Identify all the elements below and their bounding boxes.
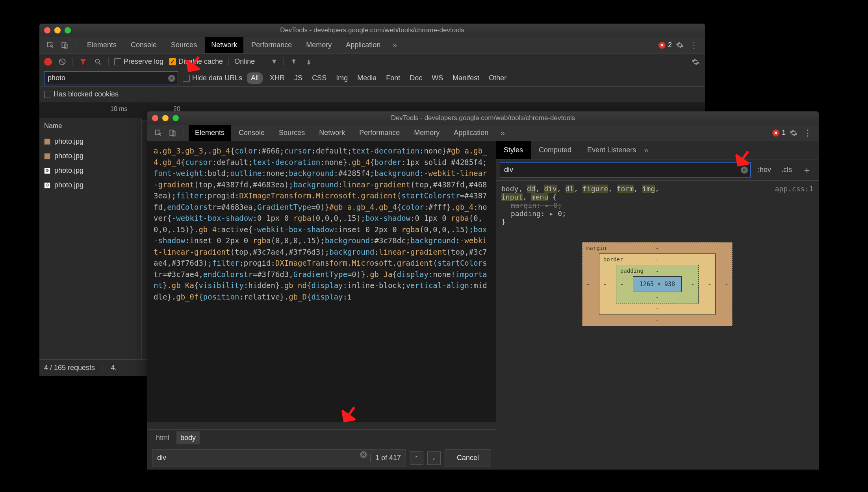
- request-row[interactable]: ⚙ photo.jpg: [39, 178, 141, 192]
- minimize-window-icon[interactable]: [162, 115, 169, 121]
- tab-application[interactable]: Application: [339, 37, 387, 53]
- tab-performance[interactable]: Performance: [245, 37, 298, 53]
- window-title: DevTools - developers.google.com/web/too…: [39, 26, 705, 34]
- pill-all[interactable]: All: [247, 72, 263, 84]
- network-settings-gear-icon[interactable]: [691, 57, 700, 67]
- tab-sources[interactable]: Sources: [165, 37, 203, 53]
- tab-sources[interactable]: Sources: [273, 125, 311, 141]
- inspect-icon[interactable]: [44, 39, 57, 52]
- pill-js[interactable]: JS: [292, 72, 305, 84]
- record-button[interactable]: [44, 58, 52, 66]
- divider: [108, 57, 109, 66]
- device-toggle-icon[interactable]: [58, 39, 71, 52]
- search-prev-button[interactable]: ⌃: [410, 451, 423, 465]
- preserve-log-checkbox[interactable]: Preserve log: [114, 57, 163, 66]
- pill-css[interactable]: CSS: [310, 72, 329, 84]
- pill-xhr[interactable]: XHR: [267, 72, 287, 84]
- transferred-size: 4.: [111, 364, 117, 372]
- hide-data-urls-checkbox[interactable]: Hide data URLs: [183, 74, 242, 82]
- kebab-menu-icon[interactable]: ⋮: [688, 39, 700, 52]
- clear-styles-filter-icon[interactable]: ✕: [741, 166, 748, 174]
- search-next-button[interactable]: ⌄: [427, 451, 441, 465]
- crumb-html[interactable]: html: [152, 431, 173, 444]
- tab-network[interactable]: Network: [205, 37, 243, 53]
- cls-toggle[interactable]: .cls: [778, 166, 795, 174]
- styles-tab-computed[interactable]: Computed: [531, 141, 579, 159]
- request-name: photo.jpg: [54, 137, 83, 146]
- disable-cache-checkbox[interactable]: Disable cache: [169, 57, 223, 66]
- request-row[interactable]: ⚙ photo.jpg: [39, 163, 141, 178]
- divider: [184, 128, 184, 138]
- pill-ws[interactable]: WS: [429, 72, 445, 84]
- search-icon[interactable]: [93, 57, 103, 67]
- styles-tab-styles[interactable]: Styles: [496, 141, 531, 159]
- search-cancel-button[interactable]: Cancel: [445, 449, 491, 466]
- search-input[interactable]: [152, 450, 360, 466]
- image-thumb-icon: [44, 139, 50, 145]
- tab-memory[interactable]: Memory: [300, 37, 338, 53]
- source-link[interactable]: app.css:1: [775, 185, 813, 193]
- pill-manifest[interactable]: Manifest: [450, 72, 482, 84]
- css-rule[interactable]: app.css:1 body, dd, div, dl, figure, for…: [496, 181, 819, 230]
- tab-performance[interactable]: Performance: [353, 125, 406, 141]
- filter-input[interactable]: [45, 72, 178, 85]
- close-window-icon[interactable]: [44, 27, 50, 33]
- css-property-padding[interactable]: padding: ▸ 0;: [501, 209, 813, 218]
- tab-elements[interactable]: Elements: [81, 37, 123, 53]
- border-right: -: [708, 281, 711, 288]
- zoom-window-icon[interactable]: [172, 115, 179, 121]
- request-row[interactable]: photo.jpg: [39, 149, 141, 163]
- devtools-window-elements: DevTools - developers.google.com/web/too…: [147, 111, 819, 470]
- pill-other[interactable]: Other: [486, 72, 509, 84]
- rule-selector: body, dd, div, dl, figure, form, img,: [501, 185, 813, 193]
- titlebar: DevTools - developers.google.com/web/too…: [39, 24, 705, 37]
- clear-icon[interactable]: [57, 57, 67, 67]
- inspect-icon[interactable]: [152, 127, 165, 139]
- divider: [283, 57, 284, 66]
- source-code-view[interactable]: a.gb_3.gb_3,.gb_4{color:#666;cursor:defa…: [147, 141, 496, 422]
- more-tabs-icon[interactable]: »: [388, 39, 401, 52]
- kebab-menu-icon[interactable]: ⋮: [801, 127, 814, 139]
- new-style-rule-button[interactable]: ＋: [799, 164, 815, 176]
- more-styles-tabs-icon[interactable]: »: [644, 146, 648, 155]
- tab-elements[interactable]: Elements: [189, 125, 231, 141]
- styles-tab-event-listeners[interactable]: Event Listeners: [579, 141, 644, 159]
- hov-toggle[interactable]: :hov: [755, 166, 774, 174]
- download-har-icon[interactable]: [304, 57, 313, 67]
- zoom-window-icon[interactable]: [65, 27, 71, 33]
- box-model-content[interactable]: 1265 × 938: [633, 276, 682, 292]
- close-window-icon[interactable]: [152, 115, 158, 121]
- settings-gear-icon[interactable]: [673, 39, 686, 52]
- device-toggle-icon[interactable]: [166, 127, 179, 139]
- tab-console[interactable]: Console: [124, 37, 163, 53]
- box-model-margin[interactable]: margin - - - - border - - - - padding -: [582, 242, 733, 326]
- name-column-header[interactable]: Name: [39, 118, 141, 134]
- css-property-margin[interactable]: margin: ▸ 0;: [501, 201, 813, 209]
- request-name-panel: Name photo.jpg photo.jpg ⚙ photo.jpg ⚙ p…: [39, 118, 142, 359]
- filter-funnel-icon[interactable]: [78, 57, 88, 67]
- tab-console[interactable]: Console: [232, 125, 271, 141]
- minimize-window-icon[interactable]: [54, 27, 61, 33]
- pill-doc[interactable]: Doc: [407, 72, 425, 84]
- pill-media[interactable]: Media: [355, 72, 379, 84]
- crumb-body[interactable]: body: [176, 431, 200, 444]
- tab-network[interactable]: Network: [313, 125, 351, 141]
- pill-font[interactable]: Font: [384, 72, 402, 84]
- tab-memory[interactable]: Memory: [408, 125, 446, 141]
- pill-img[interactable]: Img: [334, 72, 350, 84]
- blocked-cookies-checkbox[interactable]: Has blocked cookies: [44, 90, 119, 98]
- more-tabs-icon[interactable]: »: [496, 127, 509, 139]
- upload-har-icon[interactable]: [289, 57, 299, 67]
- request-row[interactable]: photo.jpg: [39, 134, 141, 149]
- tab-application[interactable]: Application: [447, 125, 495, 141]
- throttling-select[interactable]: Online ▼: [234, 57, 278, 66]
- clear-filter-icon[interactable]: ✕: [168, 75, 175, 82]
- box-model-border[interactable]: border - - - - padding - - - - 1265 × 93…: [599, 253, 716, 315]
- box-model-padding[interactable]: padding - - - - 1265 × 938: [616, 265, 699, 303]
- error-count-badge[interactable]: ✕ 2: [658, 41, 672, 49]
- gear-thumb-icon: ⚙: [44, 168, 50, 174]
- error-count-badge[interactable]: ✕ 1: [772, 129, 786, 137]
- styles-filter-input[interactable]: [500, 163, 750, 177]
- clear-search-icon[interactable]: ✕: [360, 451, 367, 458]
- settings-gear-icon[interactable]: [787, 127, 800, 139]
